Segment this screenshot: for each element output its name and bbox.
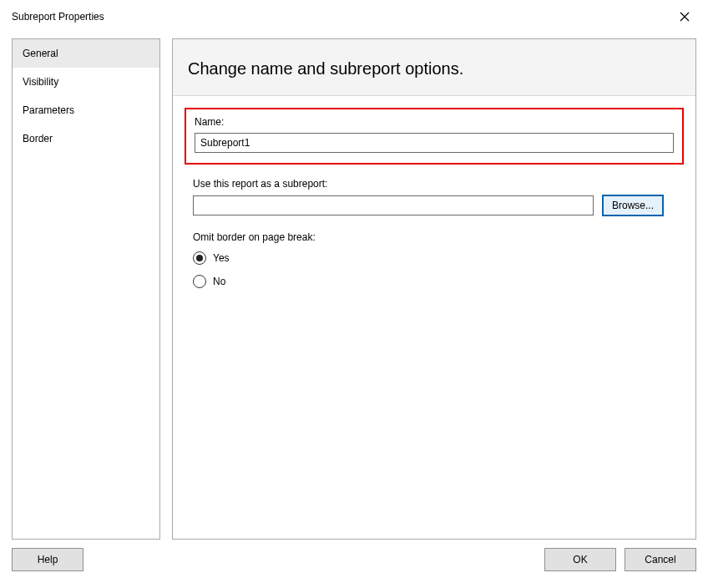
name-label: Name: xyxy=(195,116,674,128)
omit-label: Omit border on page break: xyxy=(193,231,675,243)
footer: Help OK Cancel xyxy=(0,540,708,585)
help-button[interactable]: Help xyxy=(12,548,83,571)
subreport-section: Use this report as a subreport: Browse..… xyxy=(193,178,675,216)
close-icon xyxy=(680,12,690,22)
omit-radio-group: Yes No xyxy=(193,251,675,288)
browse-button[interactable]: Browse... xyxy=(602,195,664,216)
radio-label: No xyxy=(213,276,225,287)
close-button[interactable] xyxy=(673,7,696,27)
sidebar-item-visibility[interactable]: Visibility xyxy=(13,68,159,96)
sidebar-item-label: Visibility xyxy=(23,76,58,88)
omit-section: Omit border on page break: Yes No xyxy=(193,231,675,288)
footer-right: OK Cancel xyxy=(544,548,696,571)
sidebar-item-general[interactable]: General xyxy=(13,39,159,68)
titlebar: Subreport Properties xyxy=(0,0,708,32)
sidebar: General Visibility Parameters Border xyxy=(12,38,160,540)
name-input[interactable] xyxy=(195,133,674,153)
sidebar-item-parameters[interactable]: Parameters xyxy=(13,96,159,124)
subreport-label: Use this report as a subreport: xyxy=(193,178,675,190)
radio-icon xyxy=(193,251,206,265)
page-title: Change name and subreport options. xyxy=(173,39,695,96)
radio-label: Yes xyxy=(213,252,230,264)
sidebar-item-label: Parameters xyxy=(23,104,74,116)
subreport-row: Browse... xyxy=(193,195,675,216)
radio-yes[interactable]: Yes xyxy=(193,251,675,265)
cancel-button[interactable]: Cancel xyxy=(625,548,696,571)
radio-icon xyxy=(193,275,206,288)
name-section-highlight: Name: xyxy=(185,108,684,165)
window-title: Subreport Properties xyxy=(12,11,104,23)
sidebar-item-border[interactable]: Border xyxy=(13,124,159,153)
subreport-input[interactable] xyxy=(193,195,594,215)
ok-button[interactable]: OK xyxy=(544,548,616,571)
sidebar-item-label: General xyxy=(23,48,58,59)
sidebar-item-label: Border xyxy=(23,133,53,144)
main-content: Name: Use this report as a subreport: Br… xyxy=(173,96,695,315)
body: General Visibility Parameters Border Cha… xyxy=(0,32,708,540)
radio-no[interactable]: No xyxy=(193,275,675,288)
main-panel: Change name and subreport options. Name:… xyxy=(172,38,696,540)
